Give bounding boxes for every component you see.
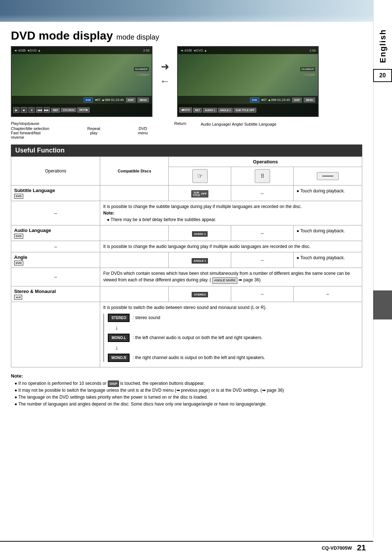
note-item-2: It may not be possible to switch the lan… <box>15 387 362 394</box>
left-screen-labels: Play/stop/pause Chapter/title selection … <box>11 121 152 139</box>
subtitle-op3-col: – <box>11 201 100 225</box>
audio-lang-label: Audio Language/ Angle/ Subtitle Language <box>201 121 277 127</box>
sub-title-off-btn: SUBTITLEOFF <box>191 190 208 197</box>
subtitle-description: It is possible to change the subtitle la… <box>100 201 362 225</box>
stereo-monaural-row: Stereo & Monaural vcd STEREO – – <box>11 286 362 302</box>
right-screen-labels: Return Audio Language/ Angle/ Subtitle L… <box>174 121 277 139</box>
stereo-badge: STEREO <box>108 314 130 322</box>
stereo-op3-col <box>11 302 100 367</box>
menu-btn: MENU <box>138 98 149 102</box>
stereo-row-stereo: STEREO : stereo sound <box>108 314 359 322</box>
subtitle-btn-r: SUB TITLE OFF <box>234 108 256 113</box>
stereo-desc: : stereo sound <box>132 314 160 321</box>
stop-btn: ■ <box>21 107 27 113</box>
page-number-box: 20 <box>373 69 392 82</box>
angle-compatible <box>100 252 169 268</box>
dvd-section-title: DVD mode display mode display <box>11 29 362 42</box>
operations-header: Operations <box>169 157 362 167</box>
stereo-desc-row: It is possible to switch the audio betwe… <box>11 302 362 367</box>
subtitle-language-row: Subtitle Language DVD SUBTITLEOFF – ● To… <box>11 186 362 201</box>
menu-btn-r: MENU <box>304 98 315 102</box>
dvd-btn: DVD <box>84 98 93 102</box>
subtitle-note-title: Note: <box>103 211 114 216</box>
subtitle-compatible <box>100 186 169 201</box>
arrow-right: ➜ <box>161 61 169 73</box>
down-arrow-1: ↓ <box>115 323 359 332</box>
stereo-diagram: STEREO : stereo sound ↓ MONO.L : the lef… <box>103 314 359 362</box>
stereo-btn: STEREO <box>192 292 208 297</box>
left-screen-top-bar: ◄-42dB ◄DVD ▲ 2:56 <box>12 47 152 54</box>
audio-btn-r: AUDIO 1 <box>203 108 217 113</box>
audio-feature-label: Audio Language DVD <box>11 225 100 241</box>
audio-1-btn: AUDIO 1 <box>192 231 207 237</box>
audio-op2: – <box>231 225 294 241</box>
col-operations-header: Operations <box>11 157 100 186</box>
digital-label: □□Digital <box>137 73 149 76</box>
screens-container: ◄-42dB ◄DVD ▲ 2:56 DVD ●07 ▲089 01:23:45… <box>11 46 362 117</box>
subtitle-note: ● There may be a brief delay before the … <box>107 217 216 222</box>
vcd-badge-stereo: vcd <box>14 295 22 300</box>
bottom-page-number: 21 <box>357 543 366 553</box>
dvd-btn-r: DVD <box>250 98 259 102</box>
audio-op3-col: – <box>11 241 100 252</box>
stereo-description: It is possible to switch the audio betwe… <box>100 302 362 367</box>
angle-1-btn: ANGLE 1 <box>192 258 208 264</box>
disp-btn-r: DISP <box>292 98 302 102</box>
notes-title: Note: <box>11 372 362 380</box>
model-number: CQ-VD7005W <box>322 545 352 551</box>
icon-touch-col: ☞ <box>169 167 231 186</box>
note-item-1: If no operation is performed for 10 seco… <box>15 380 362 387</box>
dvd-menu-label: DVD menu <box>133 126 152 139</box>
subtitle-op2: – <box>231 186 294 201</box>
stereo-compatible <box>100 286 169 302</box>
subtitle-op1: SUBTITLEOFF <box>169 186 231 201</box>
angle-feature-label: Angle DVD <box>11 252 100 268</box>
right-screen: ◄-42dB ◄DVD ▲ 2:56 DVD ●07 ▲089 01:23:45… <box>177 46 319 117</box>
angle-op3-desc: ● Touch during playback. <box>293 252 362 268</box>
icon-grid-col: ⠿ <box>231 167 294 186</box>
device-icon: ━━━━━━ <box>317 172 339 180</box>
angle-description: For DVDs which contain scenes which have… <box>100 268 362 286</box>
number-label: NUMBER <box>134 67 149 71</box>
bottom-bar: CQ-VD7005W 21 <box>0 541 373 554</box>
pause-btn: ⏸ <box>28 107 35 113</box>
angle-row: Angle DVD ANGLE 1 – ● Touch during playb… <box>11 252 362 268</box>
left-screen-mid-bar: DVD ●07 ▲089 01:23:45 DISP MENU <box>12 96 152 104</box>
dvd-badge-angle: DVD <box>14 261 23 265</box>
audio-compatible <box>100 225 169 241</box>
play-stop-pause-label: Play/stop/pause <box>11 121 152 126</box>
back-btn: ◀BACK <box>179 107 192 113</box>
stereo-op2: – <box>231 286 294 302</box>
sidebar-accent <box>373 290 392 319</box>
prev-btn: |◀◀ <box>36 107 42 113</box>
icon-device-col: ━━━━━━ <box>293 167 362 186</box>
stereo-row-mono-r: MONO.R : the right channel audio is outp… <box>108 354 359 362</box>
subtitle-language-desc-row: – It is possible to change the subtitle … <box>11 201 362 225</box>
repeat-dvd-labels: Chapter/title selection Fast forward/fas… <box>11 126 152 139</box>
left-screen-bottom-bar: ▶ ■ ⏸ |◀◀ ▶▶| REP DVD MENU NEXT▶ <box>12 104 152 116</box>
dvd-badge-subtitle: DVD <box>14 194 23 199</box>
angle-op3-col: – <box>11 268 100 286</box>
function-table: Operations Compatible Discs Operations ☞… <box>11 156 362 367</box>
repeat-play-label: Chapter/title selection Fast forward/fas… <box>11 126 54 139</box>
grid-icon: ⠿ <box>255 169 270 183</box>
dvd-big-label: DVD mode display <box>11 29 113 42</box>
angle-desc-row: – For DVDs which contain scenes which ha… <box>11 268 362 286</box>
angle-op2: – <box>231 252 294 268</box>
audio-op3-desc: ● Touch during playback. <box>293 225 362 241</box>
subtitle-op3-desc: ● Touch during playback. <box>293 186 362 201</box>
mode-display-label: mode display <box>117 33 159 41</box>
audio-op1: AUDIO 1 <box>169 225 231 241</box>
mono-r-desc: : the right channel audio is output on b… <box>132 354 265 361</box>
dvd-badge-audio: DVD <box>14 234 23 239</box>
right-screen-bg: ◄-42dB ◄DVD ▲ 2:56 DVD ●07 ▲089 01:23:45… <box>178 47 318 116</box>
stereo-row-mono-l: MONO.L : the left channel audio is outpu… <box>108 334 359 342</box>
right-screen-top-bar: ◄-42dB ◄DVD ▲ 2:56 <box>178 47 318 54</box>
next-btn: ▶▶| <box>44 107 50 113</box>
stereo-op3: – <box>293 286 362 302</box>
stereo-feature-label: Stereo & Monaural vcd <box>11 286 100 302</box>
repeat-label: Repeat play <box>83 126 104 139</box>
audio-language-row: Audio Language DVD AUDIO 1 – ● Touch dur… <box>11 225 362 241</box>
play-btn: ▶ <box>13 107 20 113</box>
right-labels-row: Return Audio Language/ Angle/ Subtitle L… <box>174 121 277 127</box>
